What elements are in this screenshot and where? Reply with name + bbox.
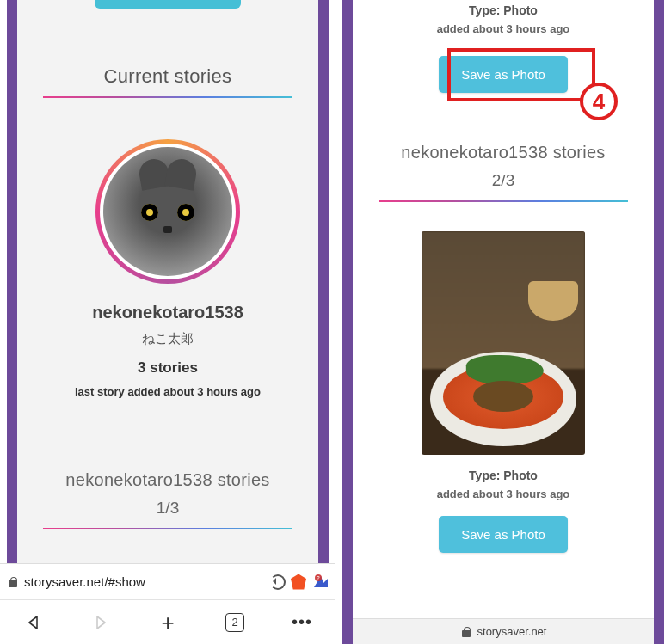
extension-icon[interactable]: ? [313, 574, 329, 590]
tabs-button[interactable]: 2 [217, 607, 253, 638]
left-screenshot: Current stories nekonekotaro1538 ねこ太郎 3 … [0, 0, 336, 644]
stories-index: 2/3 [353, 171, 654, 190]
story-type-label: Type: Photo [353, 3, 654, 17]
save-as-photo-button[interactable]: Save as Photo [439, 56, 568, 93]
back-button[interactable] [15, 607, 52, 638]
url-text[interactable]: storysaver.net/#show [24, 574, 265, 589]
avatar[interactable] [103, 147, 232, 276]
divider [379, 200, 628, 202]
url-text[interactable]: storysaver.net [477, 625, 547, 638]
story-type-label: Type: Photo [353, 469, 654, 482]
story-count: 3 stories [17, 359, 318, 377]
stories-list-heading: nekonekotaro1538 stories [17, 470, 318, 490]
brave-shield-icon[interactable] [291, 574, 306, 590]
story-ring[interactable] [95, 139, 240, 284]
stories-list-heading: nekonekotaro1538 stories [353, 143, 654, 163]
story-added-label: added about 3 hours ago [353, 488, 654, 500]
stories-index: 1/3 [17, 499, 318, 518]
save-as-photo-button[interactable]: Save as Photo [439, 516, 568, 553]
browser-nav-bar: + 2 ••• [0, 599, 336, 644]
story-added-label: added about 3 hours ago [353, 22, 654, 35]
browser-address-bar[interactable]: storysaver.net/#show ? [0, 563, 336, 599]
display-name: ねこ太郎 [17, 331, 318, 347]
divider [43, 528, 292, 530]
current-stories-heading: Current stories [17, 65, 318, 88]
reload-icon[interactable] [270, 574, 286, 590]
menu-button[interactable]: ••• [284, 607, 320, 638]
username: nekonekotaro1538 [17, 303, 318, 322]
new-tab-button[interactable]: + [150, 607, 186, 638]
right-screenshot: Type: Photo added about 3 hours ago Save… [336, 0, 671, 644]
story-photo[interactable] [422, 231, 585, 455]
browser-address-bar[interactable]: storysaver.net [353, 618, 654, 644]
last-added-label: last story added about 3 hours ago [17, 385, 318, 398]
top-action-button[interactable] [95, 0, 241, 9]
divider [43, 96, 292, 98]
annotation-step-badge: 4 [580, 83, 618, 120]
lock-icon [7, 576, 19, 588]
lock-icon [460, 626, 472, 638]
tab-count: 2 [225, 613, 244, 632]
forward-button[interactable] [83, 607, 119, 638]
